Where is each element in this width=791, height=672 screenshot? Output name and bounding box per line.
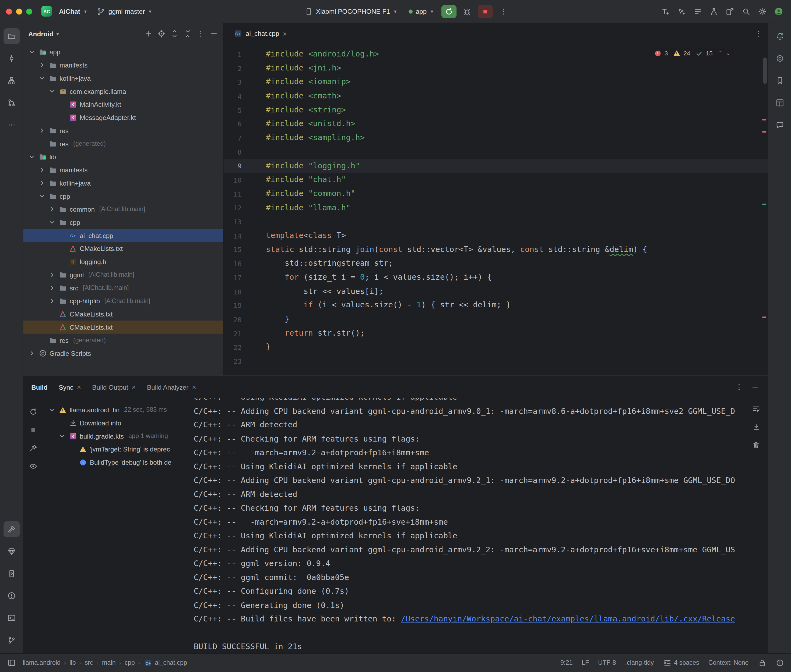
project-tree-item[interactable]: C+ai_chat.cpp — [23, 229, 223, 242]
clang-tidy-widget[interactable]: .clang-tidy — [625, 659, 654, 666]
toolwindow-toggle-icon[interactable] — [7, 659, 16, 667]
project-tree-item[interactable]: kotlin+java — [23, 72, 223, 85]
project-tree-item[interactable]: manifests — [23, 58, 223, 72]
hide-button[interactable] — [208, 28, 220, 40]
scroll-end-button[interactable] — [749, 420, 763, 434]
breadcrumb-item[interactable]: llama.android — [22, 659, 61, 666]
code-line[interactable]: 13 — [223, 215, 768, 229]
build-tab-build-analyzer[interactable]: Build Analyzer× — [147, 383, 196, 391]
code-area[interactable]: 1#include <android/log.h>2#include <jni.… — [223, 44, 768, 375]
build-output-path-link[interactable]: /Users/hanyin/Workspace/ai-chat/examples… — [401, 614, 735, 624]
build-tree-item[interactable]: BuildType 'debug' is both de — [43, 456, 191, 469]
locate-button[interactable] — [155, 28, 167, 40]
notifications-status-icon[interactable] — [775, 659, 784, 667]
error-stripe-mark[interactable] — [762, 317, 766, 318]
settings-button[interactable] — [756, 5, 769, 18]
project-tree-item[interactable]: cpp — [23, 190, 223, 203]
code-line[interactable]: 4#include <cmath> — [223, 89, 768, 103]
project-toolwindow-button[interactable] — [3, 28, 19, 44]
code-line[interactable]: 21 return str.str(); — [223, 326, 768, 341]
project-tree-item[interactable]: Hlogging.h — [23, 255, 223, 268]
code-line[interactable]: 16 std::ostringstream str; — [223, 257, 768, 271]
editor-tab-ai-chat-cpp[interactable]: C+ ai_chat.cpp × — [228, 23, 292, 44]
zoom-window-button[interactable] — [26, 8, 32, 14]
project-tree-item[interactable]: res(generated) — [23, 137, 223, 150]
close-tab-icon[interactable]: × — [132, 384, 136, 390]
code-line[interactable]: 9#include "logging.h" — [223, 159, 768, 173]
code-line[interactable]: 17 for (size_t i = 0; i < values.size();… — [223, 271, 768, 285]
project-tree-item[interactable]: kotlin+java — [23, 176, 223, 190]
run-options-kebab[interactable] — [497, 5, 510, 18]
project-tree-item[interactable]: ggml[AiChat.lib.main] — [23, 268, 223, 281]
breadcrumb-item[interactable]: C+ai_chat.cpp — [144, 659, 187, 667]
code-review-button[interactable] — [675, 5, 688, 18]
ai-assistant-button[interactable] — [659, 5, 672, 18]
run-config-selector[interactable]: app ▾ — [404, 6, 437, 17]
device-link-button[interactable] — [724, 5, 736, 18]
encoding-widget[interactable]: UTF-8 — [598, 659, 616, 666]
project-tree-item[interactable]: lib — [23, 150, 223, 163]
code-line[interactable]: 2#include <jni.h> — [223, 61, 768, 75]
indent-widget[interactable]: 4 spaces — [663, 659, 699, 667]
clear-button[interactable] — [749, 438, 763, 452]
breadcrumb-item[interactable]: cpp — [125, 659, 135, 666]
inspections-widget[interactable]: 3 24 15 ⌃ ⌄ — [650, 48, 735, 58]
breadcrumb-item[interactable]: main — [102, 659, 116, 666]
commit-toolwindow-button[interactable] — [3, 50, 19, 66]
error-stripe-mark[interactable] — [762, 203, 766, 205]
next-issue-icon[interactable]: ⌄ — [726, 50, 730, 56]
build-tree-item[interactable]: Download info — [43, 416, 191, 429]
close-tab-icon[interactable]: × — [192, 384, 196, 390]
build-tree-item[interactable]: llama.android: fin22 sec, 583 ms — [43, 403, 191, 416]
hide-build-panel-button[interactable] — [749, 381, 762, 394]
experiments-button[interactable] — [707, 5, 720, 18]
search-button[interactable] — [740, 5, 753, 18]
project-tree-item[interactable]: com.example.llama — [23, 85, 223, 98]
packages-toolwindow-button[interactable] — [3, 544, 19, 560]
kebab-button[interactable] — [195, 28, 207, 40]
close-tab-icon[interactable]: × — [283, 30, 287, 37]
project-tree-item[interactable]: manifests — [23, 163, 223, 176]
eye-button[interactable] — [27, 459, 40, 473]
line-separator-widget[interactable]: LF — [582, 659, 589, 666]
assistant-toolwindow-button[interactable] — [772, 117, 788, 133]
project-tree-item[interactable]: CMakeLists.txt — [23, 307, 223, 320]
device-manager-toolwindow-button[interactable] — [772, 73, 788, 89]
code-line[interactable]: 6#include <unistd.h> — [223, 117, 768, 131]
build-toolwindow-button[interactable] — [3, 521, 19, 537]
editor-scrollbar[interactable] — [763, 58, 767, 84]
running-devices-toolwindow-button[interactable] — [3, 565, 19, 582]
plus-button[interactable] — [142, 28, 154, 40]
breadcrumb-item[interactable]: src — [85, 659, 93, 666]
project-view-selector[interactable]: Android ▾ — [28, 30, 59, 38]
project-tree-item[interactable]: CMakeLists.txt — [23, 320, 223, 334]
code-line[interactable]: 5#include <string> — [223, 103, 768, 117]
code-line[interactable]: 22} — [223, 341, 768, 354]
code-line[interactable]: 8 — [223, 145, 768, 159]
lock-icon[interactable] — [757, 659, 766, 667]
rerun-sync-button[interactable] — [27, 405, 40, 418]
project-tree-item[interactable]: app — [23, 45, 223, 59]
code-line[interactable]: 15static std::string join(const std::vec… — [223, 243, 768, 257]
close-window-button[interactable] — [6, 8, 12, 14]
build-tab-build-output[interactable]: Build Output× — [92, 383, 136, 391]
project-tree-item[interactable]: src[AiChat.lib.main] — [23, 281, 223, 294]
build-tab-sync[interactable]: Sync× — [59, 383, 81, 391]
code-line[interactable]: 18 str << values[i]; — [223, 285, 768, 299]
soft-wrap-button[interactable] — [749, 402, 763, 416]
build-tree-item[interactable]: Kbuild.gradle.ktsapp 1 warning — [43, 429, 191, 443]
more-toolwindow-button[interactable] — [3, 117, 19, 133]
project-widget[interactable]: AiChat ▾ — [55, 6, 91, 17]
project-tree-item[interactable]: GGradle Scripts — [23, 347, 223, 360]
notifications-toolwindow-button[interactable] — [772, 28, 788, 44]
build-console[interactable]: C/C++: -- Using KleidiAI optimized kerne… — [191, 398, 768, 653]
project-tree-item[interactable]: common[AiChat.lib.main] — [23, 203, 223, 216]
caret-position-widget[interactable]: 9:21 — [560, 659, 573, 666]
profile-button[interactable] — [772, 5, 785, 18]
code-line[interactable]: 10#include "chat.h" — [223, 173, 768, 187]
code-line[interactable]: 14template<class T> — [223, 229, 768, 243]
layout-inspector-toolwindow-button[interactable] — [772, 94, 788, 111]
project-tree-item[interactable]: KMainActivity.kt — [23, 98, 223, 111]
build-tree-item[interactable]: 'jvmTarget: String' is deprec — [43, 443, 191, 456]
prev-issue-icon[interactable]: ⌃ — [718, 50, 723, 56]
